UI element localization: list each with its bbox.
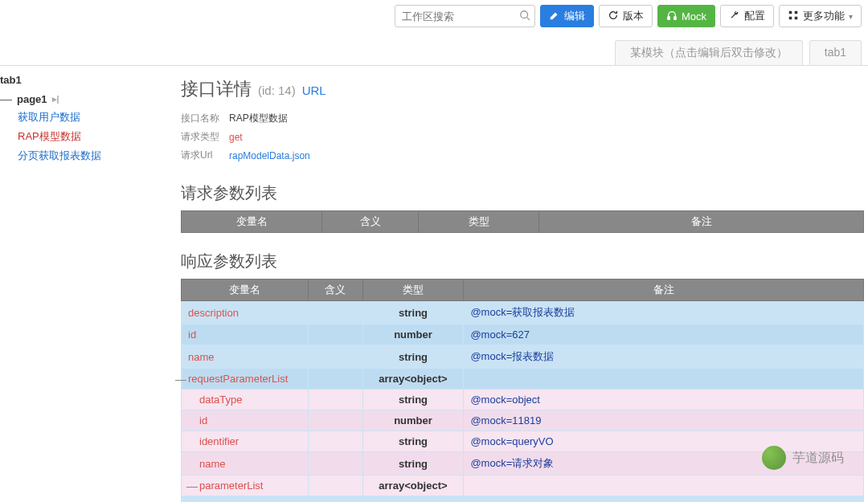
sidebar-page-row[interactable]: — page1 ▸|	[0, 91, 173, 108]
param-remark: @mock=报表数据	[464, 345, 864, 369]
svg-rect-7	[795, 16, 798, 19]
th-remark: 备注	[464, 280, 864, 301]
watermark-logo-icon	[762, 446, 786, 470]
toolbar: 编辑 版本 Mock 配置 更多功能 ▾	[0, 0, 868, 32]
config-button[interactable]: 配置	[720, 5, 774, 27]
grid-icon	[788, 10, 799, 23]
api-url-link[interactable]: URL	[302, 84, 326, 97]
table-row[interactable]: —parameterListarray<object>	[182, 475, 864, 496]
param-name: identifier	[199, 435, 239, 447]
svg-rect-6	[789, 16, 792, 19]
param-type: string	[362, 301, 464, 324]
version-button-label: 版本	[623, 9, 644, 23]
meta-name-value: RAP模型数据	[229, 112, 288, 125]
svg-rect-2	[668, 16, 670, 19]
param-meaning	[308, 496, 362, 503]
collapse-toggle[interactable]: —	[186, 480, 198, 492]
table-row[interactable]: dataTypestring@mock=object	[182, 390, 864, 410]
param-remark: @mock=object	[464, 390, 864, 410]
th-var: 变量名	[182, 280, 309, 301]
search-input[interactable]	[395, 5, 535, 27]
request-params-table: 变量名 含义 类型 备注	[181, 210, 864, 233]
sidebar: tab1 — page1 ▸| 获取用户数据 RAP模型数据 分页获取报表数据	[0, 66, 173, 502]
param-name: id	[199, 414, 207, 426]
version-button[interactable]: 版本	[599, 5, 653, 27]
watermark-text: 芋道源码	[792, 450, 844, 467]
sidebar-tab-label[interactable]: tab1	[0, 72, 173, 91]
param-type: array<object>	[362, 369, 464, 390]
meta-reqtype-value: get	[229, 132, 243, 143]
table-row[interactable]: namestring@mock=报表数据	[182, 345, 864, 369]
param-remark: @mock=$order("number","number","number",…	[464, 496, 864, 503]
th-remark: 备注	[539, 211, 864, 233]
watermark: 芋道源码	[762, 446, 844, 470]
pencil-icon	[549, 10, 560, 23]
sidebar-link[interactable]: 分页获取报表数据	[18, 146, 173, 165]
edit-button-label: 编辑	[564, 9, 585, 23]
th-var: 变量名	[182, 211, 322, 233]
sidebar-links: 获取用户数据 RAP模型数据 分页获取报表数据	[0, 108, 173, 165]
param-type: string	[362, 345, 464, 369]
param-remark	[464, 475, 864, 496]
param-type: string	[362, 452, 464, 475]
meta-requrl-label: 请求Url	[181, 149, 229, 162]
request-params-title: 请求参数列表	[181, 182, 868, 204]
param-remark: @mock=11819	[464, 410, 864, 431]
api-detail-header: 接口详情 (id: 14) URL	[181, 77, 868, 101]
mock-button[interactable]: Mock	[657, 5, 715, 27]
meta-requrl-value[interactable]: rapModelData.json	[229, 150, 310, 161]
table-row[interactable]: dataTypestring@mock=$order("number","num…	[182, 496, 864, 503]
th-meaning: 含义	[322, 211, 419, 233]
api-id: (id: 14)	[258, 84, 296, 97]
table-row[interactable]: idnumber@mock=627	[182, 324, 864, 345]
edit-button[interactable]: 编辑	[540, 5, 594, 27]
param-type: string	[362, 431, 464, 452]
module-tabbar: 某模块（点击编辑后双击修改） tab1	[0, 32, 868, 66]
th-type: 类型	[362, 280, 464, 301]
param-meaning	[308, 475, 362, 496]
meta-name-label: 接口名称	[181, 112, 229, 125]
svg-rect-3	[674, 16, 677, 19]
more-button[interactable]: 更多功能 ▾	[779, 5, 862, 27]
param-name: name	[188, 351, 215, 363]
headphones-icon	[666, 10, 678, 23]
more-button-label: 更多功能	[803, 9, 845, 23]
workspace-search	[395, 5, 535, 27]
tab-module-placeholder[interactable]: 某模块（点击编辑后双击修改）	[615, 40, 803, 65]
param-meaning	[308, 301, 362, 324]
sidebar-link[interactable]: 获取用户数据	[18, 108, 173, 127]
chevron-right-icon: ▸|	[52, 94, 59, 104]
sidebar-page-label: page1	[17, 93, 47, 105]
param-remark: @mock=获取报表数据	[464, 301, 864, 324]
chevron-down-icon: ▾	[849, 12, 853, 21]
th-meaning: 含义	[308, 280, 362, 301]
svg-rect-5	[795, 10, 798, 14]
param-meaning	[308, 345, 362, 369]
content: 接口详情 (id: 14) URL 接口名称RAP模型数据 请求类型get 请求…	[173, 66, 868, 502]
param-meaning	[308, 452, 362, 475]
param-remark	[464, 369, 864, 390]
collapse-icon[interactable]: —	[0, 92, 12, 106]
param-name: description	[188, 307, 239, 319]
tab-tab1[interactable]: tab1	[809, 40, 862, 65]
param-name: id	[188, 329, 196, 341]
table-row[interactable]: idnumber@mock=11819	[182, 410, 864, 431]
mock-button-label: Mock	[682, 10, 706, 22]
param-type: number	[362, 324, 464, 345]
api-meta: 接口名称RAP模型数据 请求类型get 请求UrlrapModelData.js…	[181, 109, 868, 165]
param-meaning	[308, 369, 362, 390]
param-meaning	[308, 410, 362, 431]
param-meaning	[308, 431, 362, 452]
th-type: 类型	[419, 211, 539, 233]
param-meaning	[308, 324, 362, 345]
response-params-title: 响应参数列表	[181, 251, 868, 272]
table-row[interactable]: —requestParameterListarray<object>	[182, 369, 864, 390]
param-name: parameterList	[199, 480, 263, 492]
refresh-icon	[608, 10, 619, 23]
param-type: array<object>	[362, 475, 464, 496]
collapse-toggle[interactable]: —	[175, 373, 186, 386]
wrench-icon	[729, 10, 740, 23]
param-meaning	[308, 390, 362, 410]
sidebar-link-active[interactable]: RAP模型数据	[18, 127, 173, 146]
table-row[interactable]: descriptionstring@mock=获取报表数据	[182, 301, 864, 324]
